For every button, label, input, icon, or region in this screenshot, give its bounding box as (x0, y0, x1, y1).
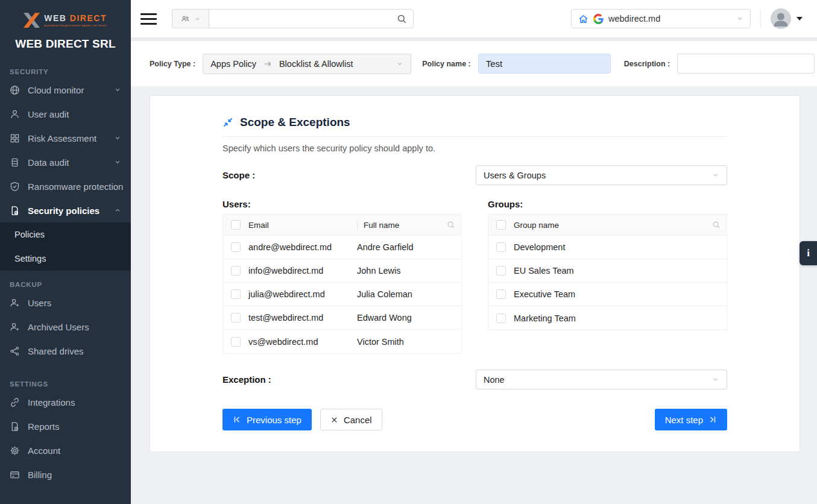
policy-name-input[interactable] (478, 54, 611, 74)
search-input[interactable] (215, 14, 397, 24)
users-column-fullname: Full name (364, 221, 399, 230)
sidebar-item-cloud-monitor[interactable]: Cloud monitor (0, 78, 131, 102)
policy-type-label: Policy Type : (150, 60, 195, 68)
previous-step-button[interactable]: Previous step (222, 409, 312, 430)
row-checkbox[interactable] (231, 337, 241, 347)
row-checkbox[interactable] (496, 266, 506, 276)
sidebar-item-label: User audit (28, 109, 121, 119)
organization-select[interactable]: webdirect.md (571, 9, 751, 28)
row-checkbox[interactable] (496, 242, 506, 252)
sidebar-item-users[interactable]: Users (0, 291, 131, 315)
divider (222, 136, 727, 137)
sidebar-item-billing[interactable]: Billing (0, 462, 131, 487)
row-checkbox[interactable] (231, 242, 241, 252)
select-all-groups-checkbox[interactable] (496, 220, 506, 230)
user-icon (10, 109, 20, 119)
policy-type-secondary: Blocklist & Allowlist (279, 59, 353, 69)
chevron-down-icon (736, 15, 743, 22)
cancel-button[interactable]: Cancel (320, 409, 382, 430)
user-email: andre@webdirect.md (248, 242, 357, 252)
account-menu-caret[interactable] (796, 17, 803, 20)
company-name: WEB DIRECT SRL (0, 37, 131, 51)
user-row[interactable]: test@webdirect.md Edward Wong (223, 306, 461, 330)
user-row[interactable]: julia@webdirect.md Julia Coleman (223, 283, 461, 306)
groups-table-header: Group name (488, 215, 727, 236)
chevron-down-icon (396, 60, 403, 68)
sidebar-item-reports[interactable]: Reports (0, 414, 131, 438)
user-email: test@webdirect.md (248, 313, 357, 323)
sidebar-item-security-policies[interactable]: Security policies (0, 198, 131, 222)
group-row[interactable]: EU Sales Team (488, 259, 727, 283)
sidebar-item-risk-assessment[interactable]: Risk Assessment (0, 126, 131, 150)
user-fullname: Victor Smith (357, 337, 461, 347)
user-avatar[interactable] (771, 8, 791, 29)
scope-select[interactable]: Users & Groups (476, 165, 727, 185)
row-checkbox[interactable] (231, 289, 241, 299)
policy-type-primary: Apps Policy (210, 59, 256, 69)
sidebar-item-label: Shared drives (28, 346, 121, 356)
row-checkbox[interactable] (496, 289, 506, 299)
sidebar-item-integrations[interactable]: Integrations (0, 390, 131, 414)
submenu-item-settings[interactable]: Settings (0, 247, 131, 271)
logo-tagline: BUSINESS RELATIONSHIP BASED ON TRUST (44, 24, 107, 27)
sidebar-item-label: Archived Users (28, 322, 121, 332)
sidebar-section-backup: BACKUP (10, 281, 121, 288)
sidebar-item-archived-users[interactable]: Archived Users (0, 315, 131, 339)
chevron-down-icon (194, 16, 201, 22)
user-fullname: Edward Wong (357, 313, 461, 323)
user-row[interactable]: andre@webdirect.md Andre Garfield (223, 236, 461, 259)
step-forward-icon (708, 415, 717, 424)
user-email: vs@webdirect.md (248, 337, 357, 347)
info-tab-button[interactable]: i (800, 241, 817, 265)
submenu-item-policies[interactable]: Policies (0, 222, 131, 247)
table-search-icon[interactable] (712, 221, 721, 229)
user-add-icon (10, 298, 20, 308)
shield-check-icon (10, 181, 20, 192)
sidebar-section-settings: SETTINGS (10, 380, 121, 388)
description-label: Description : (624, 60, 670, 68)
policy-bar: Policy Type : Apps Policy Blocklist & Al… (131, 41, 817, 86)
users-table: Email Full name andre@webdirect.md Andre… (222, 214, 462, 354)
search-scope-select[interactable] (172, 9, 209, 28)
cancel-label: Cancel (344, 415, 372, 425)
scope-select-value: Users & Groups (484, 171, 546, 180)
group-row[interactable]: Executive Team (488, 283, 727, 306)
security-policies-submenu: Policies Settings (0, 222, 131, 271)
group-row[interactable]: Marketing Team (488, 306, 727, 330)
sidebar-section-security: SECURITY (10, 68, 121, 75)
search-icon[interactable] (397, 14, 407, 24)
row-checkbox[interactable] (231, 313, 241, 323)
user-row[interactable]: info@webdirect.md John Lewis (223, 259, 461, 283)
sidebar-item-account[interactable]: Account (0, 438, 131, 462)
previous-step-label: Previous step (247, 415, 301, 425)
next-step-button[interactable]: Next step (655, 409, 727, 430)
description-input[interactable] (677, 54, 815, 74)
organization-name: webdirect.md (608, 14, 731, 24)
content-area: Scope & Exceptions Specify which users t… (131, 86, 817, 504)
sidebar-item-shared-drives[interactable]: Shared drives (0, 339, 131, 363)
row-checkbox[interactable] (231, 266, 241, 276)
table-search-icon[interactable] (447, 221, 455, 229)
submenu-item-label: Settings (14, 254, 46, 263)
logo-word-direct: DIRECT (70, 13, 107, 23)
sidebar-item-user-audit[interactable]: User audit (0, 102, 131, 126)
sidebar: WEB DIRECT BUSINESS RELATIONSHIP BASED O… (0, 0, 131, 504)
sidebar-item-data-audit[interactable]: Data audit (0, 150, 131, 174)
exception-label: Exception : (222, 374, 271, 385)
user-row[interactable]: vs@webdirect.md Victor Smith (223, 330, 461, 353)
select-all-users-checkbox[interactable] (231, 220, 241, 230)
sidebar-item-label: Users (28, 298, 121, 308)
row-checkbox[interactable] (496, 313, 506, 323)
next-step-label: Next step (665, 415, 703, 425)
group-name: Marketing Team (514, 313, 727, 323)
menu-toggle-button[interactable] (140, 13, 157, 25)
credit-card-icon (10, 470, 20, 480)
sidebar-item-label: Data audit (28, 157, 106, 168)
user-email: info@webdirect.md (248, 266, 357, 276)
brand-logo: WEB DIRECT BUSINESS RELATIONSHIP BASED O… (0, 0, 131, 51)
users-table-header: Email Full name (223, 215, 461, 236)
group-row[interactable]: Development (488, 236, 727, 259)
policy-type-select[interactable]: Apps Policy Blocklist & Allowlist (203, 54, 411, 74)
exception-select[interactable]: None (476, 370, 727, 389)
sidebar-item-ransomware-protection[interactable]: Ransomware protection (0, 174, 131, 198)
